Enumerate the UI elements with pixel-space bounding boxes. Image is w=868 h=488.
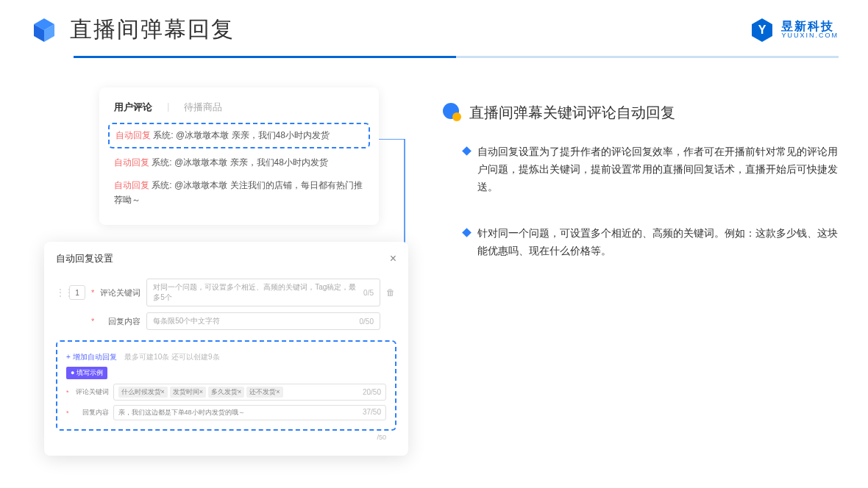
svg-point-5 [452,112,461,121]
below-counter: /50 [56,434,396,441]
bullet-item: 针对同一个问题，可设置多个相近的、高频的关键词。例如：这款多少钱、这块能优惠吗、… [441,225,839,260]
reply-input[interactable]: 每条限50个中文字符 0/50 [146,312,380,330]
section-title: 直播间弹幕关键词评论自动回复 [469,103,675,123]
keyword-input[interactable]: 对同一个问题，可设置多个相近、高频的关键词，Tag稿定，最多5个 0/5 [146,279,380,306]
chat-bubble-icon [441,102,462,123]
cube-icon [29,15,59,45]
drag-handle-icon[interactable]: ⋮⋮ [56,287,63,298]
keyword-label: 评论关键词 [100,287,140,298]
close-icon[interactable]: × [390,252,396,265]
comment-row: 自动回复 系统: @冰墩墩本墩 关注我们的店铺，每日都有热门推荐呦～ [114,174,364,211]
sequence-number: 1 [69,285,85,300]
svg-text:Y: Y [758,24,766,36]
comment-row-highlighted: 自动回复 系统: @冰墩墩本墩 亲亲，我们48小时内发货 [108,123,370,148]
brand-logo-area: Y 昱新科技 YUUXIN.COM [749,17,839,43]
tab-products[interactable]: 待播商品 [184,101,222,114]
comment-row: 自动回复 系统: @冰墩墩本墩 亲亲，我们48小时内发货 [114,151,364,174]
page-title: 直播间弹幕回复 [70,15,235,45]
diamond-bullet-icon [462,146,472,156]
brand-domain: YUUXIN.COM [781,32,839,40]
example-reply-label: 回复内容 [74,408,109,417]
example-reply-input[interactable]: 亲，我们这边都是下单48小时内发货的哦～ 37/50 [113,405,386,420]
comments-panel: 用户评论 | 待播商品 自动回复 系统: @冰墩墩本墩 亲亲，我们48小时内发货… [99,87,379,225]
trash-icon[interactable]: 🗑 [386,287,396,298]
brand-name: 昱新科技 [781,20,839,33]
example-area: + 增加自动回复 最多可建10条 还可以创建9条 ● 填写示例 * 评论关键词 … [56,340,396,431]
diamond-bullet-icon [462,229,472,238]
example-keyword-input[interactable]: 什么时候发货× 发货时间× 多久发货× 还不发货× 20/50 [113,384,386,401]
bullet-item: 自动回复设置为了提升作者的评论回复效率，作者可在开播前针对常见的评论用户问题，提… [441,143,839,195]
auto-reply-settings-modal: 自动回复设置 × ⋮⋮ 1 * 评论关键词 对同一个问题，可设置多个相近、高频的… [44,242,408,456]
example-keyword-label: 评论关键词 [74,387,109,397]
tab-comments[interactable]: 用户评论 [114,101,152,114]
brand-logo-icon: Y [749,17,775,43]
example-badge: ● 填写示例 [66,367,107,379]
add-auto-reply-link[interactable]: + 增加自动回复 [66,353,117,361]
reply-label: 回复内容 [100,316,140,327]
add-hint: 最多可建10条 还可以创建9条 [124,353,219,361]
modal-title: 自动回复设置 [56,252,113,265]
page-header: 直播间弹幕回复 Y 昱新科技 YUUXIN.COM [0,0,868,52]
